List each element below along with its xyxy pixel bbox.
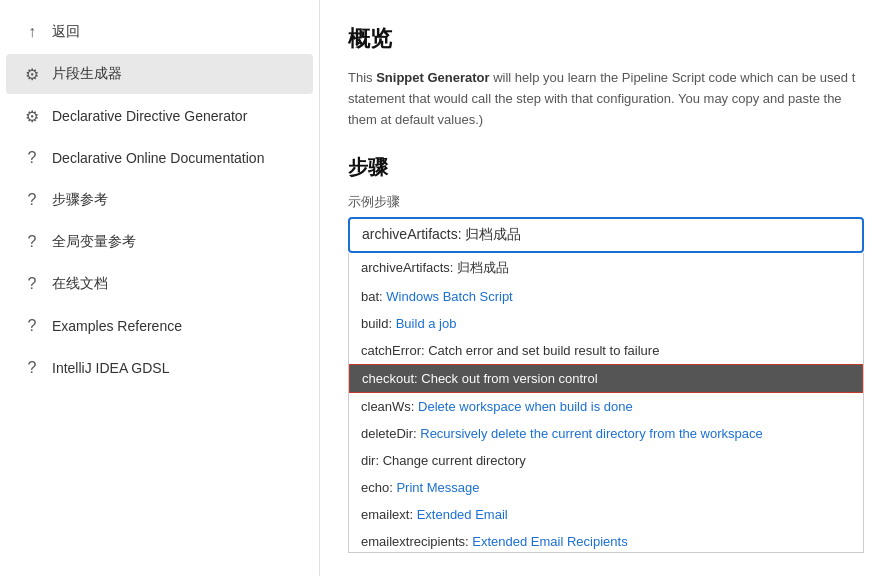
sidebar: ↑返回⚙片段生成器⚙Declarative Directive Generato…	[0, 0, 320, 576]
dropdown-list: archiveArtifacts: 归档成品bat: Windows Batch…	[348, 253, 864, 553]
sidebar-item-label: IntelliJ IDEA GDSL	[52, 360, 170, 376]
dropdown-item-blue-text: Windows Batch Script	[386, 289, 512, 304]
sidebar-item-label: 全局变量参考	[52, 233, 136, 251]
dropdown-item-blue-text: Extended Email	[417, 507, 508, 522]
gear-icon: ⚙	[22, 106, 42, 126]
steps-label: 示例步骤	[348, 193, 864, 211]
sidebar-item-label: 片段生成器	[52, 65, 122, 83]
dropdown-item-prefix: emailext:	[361, 507, 417, 522]
steps-title: 步骤	[348, 154, 864, 181]
sidebar-item-label: Declarative Online Documentation	[52, 150, 264, 166]
dropdown-item-prefix: deleteDir:	[361, 426, 420, 441]
dropdown-item-blue-text: Check out from version control	[421, 371, 597, 386]
help-icon: ?	[22, 358, 42, 378]
dropdown-item-text: archiveArtifacts: 归档成品	[361, 260, 509, 275]
dropdown-item-catchError[interactable]: catchError: Catch error and set build re…	[349, 337, 863, 364]
dropdown-item-dir[interactable]: dir: Change current directory	[349, 447, 863, 474]
dropdown-item-prefix: emailextrecipients:	[361, 534, 472, 549]
overview-title: 概览	[348, 24, 864, 54]
main-content: 概览 This Snippet Generator will help you …	[320, 0, 892, 576]
sidebar-item-declarative-directive[interactable]: ⚙Declarative Directive Generator	[6, 96, 313, 136]
dropdown-item-emailextrecipients[interactable]: emailextrecipients: Extended Email Recip…	[349, 528, 863, 553]
help-icon: ?	[22, 190, 42, 210]
desc-part1: This	[348, 70, 376, 85]
sidebar-item-snippet-generator[interactable]: ⚙片段生成器	[6, 54, 313, 94]
dropdown-item-prefix: build:	[361, 316, 396, 331]
sidebar-item-online-docs[interactable]: ?在线文档	[6, 264, 313, 304]
help-icon: ?	[22, 232, 42, 252]
dropdown-item-build[interactable]: build: Build a job	[349, 310, 863, 337]
dropdown-item-prefix: echo:	[361, 480, 396, 495]
dropdown-item-cleanWs[interactable]: cleanWs: Delete workspace when build is …	[349, 393, 863, 420]
help-icon: ?	[22, 274, 42, 294]
step-input-wrapper: archiveArtifacts: 归档成品bat: Windows Batch…	[348, 217, 864, 553]
help-icon: ?	[22, 316, 42, 336]
sidebar-item-label: 在线文档	[52, 275, 108, 293]
dropdown-item-blue-text: Extended Email Recipients	[472, 534, 627, 549]
dropdown-item-prefix: cleanWs:	[361, 399, 418, 414]
dropdown-item-checkout[interactable]: checkout: Check out from version control	[349, 364, 863, 393]
dropdown-item-blue-text: Delete workspace when build is done	[418, 399, 633, 414]
sidebar-item-label: Examples Reference	[52, 318, 182, 334]
dropdown-item-prefix: checkout:	[362, 371, 421, 386]
dropdown-item-blue-text: Print Message	[396, 480, 479, 495]
sidebar-item-declarative-online-docs[interactable]: ?Declarative Online Documentation	[6, 138, 313, 178]
dropdown-item-echo[interactable]: echo: Print Message	[349, 474, 863, 501]
sidebar-item-intellij-gdsl[interactable]: ?IntelliJ IDEA GDSL	[6, 348, 313, 388]
dropdown-item-text: catchError: Catch error and set build re…	[361, 343, 659, 358]
dropdown-item-blue-text: Build a job	[396, 316, 457, 331]
sidebar-item-step-reference[interactable]: ?步骤参考	[6, 180, 313, 220]
desc-bold: Snippet Generator	[376, 70, 489, 85]
dropdown-item-deleteDir[interactable]: deleteDir: Recursively delete the curren…	[349, 420, 863, 447]
overview-description: This Snippet Generator will help you lea…	[348, 68, 864, 130]
dropdown-item-blue-text: Recursively delete the current directory…	[420, 426, 762, 441]
dropdown-item-emailext[interactable]: emailext: Extended Email	[349, 501, 863, 528]
sidebar-item-global-vars[interactable]: ?全局变量参考	[6, 222, 313, 262]
dropdown-item-prefix: bat:	[361, 289, 386, 304]
step-search-input[interactable]	[348, 217, 864, 253]
sidebar-item-back[interactable]: ↑返回	[6, 12, 313, 52]
dropdown-item-text: dir: Change current directory	[361, 453, 526, 468]
dropdown-item-bat[interactable]: bat: Windows Batch Script	[349, 283, 863, 310]
sidebar-item-label: 返回	[52, 23, 80, 41]
help-icon: ?	[22, 148, 42, 168]
sidebar-item-label: Declarative Directive Generator	[52, 108, 247, 124]
gear-icon: ⚙	[22, 64, 42, 84]
sidebar-item-label: 步骤参考	[52, 191, 108, 209]
arrow-up-icon: ↑	[22, 22, 42, 42]
sidebar-item-examples-reference[interactable]: ?Examples Reference	[6, 306, 313, 346]
dropdown-item-archiveArtifacts[interactable]: archiveArtifacts: 归档成品	[349, 253, 863, 283]
